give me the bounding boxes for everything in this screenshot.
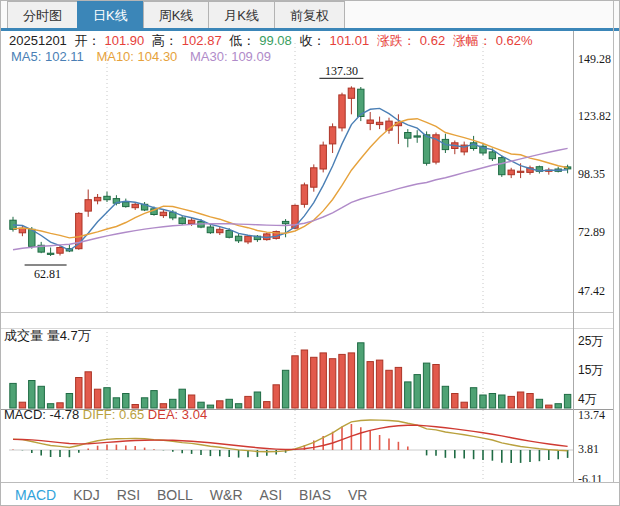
price-axis-tick-1: 149.28 <box>578 52 612 66</box>
macd-axis-tick-1: 13.74 <box>578 408 612 422</box>
price-chart-pane[interactable]: 137.3062.81 <box>9 43 573 312</box>
tabbar-accent-line <box>1 28 620 31</box>
indicator-tab-vr[interactable]: VR <box>348 487 367 503</box>
volume-pane-top-line <box>1 328 613 329</box>
volume-axis-tick-1: 25万 <box>578 334 612 348</box>
volume-value: 量4.7万 <box>47 328 91 343</box>
price-axis-tick-4: 72.89 <box>578 225 612 239</box>
tab-weekly-kline[interactable]: 周K线 <box>143 1 210 29</box>
price-axis-tick-3: 98.35 <box>578 167 612 181</box>
ma30-value: MA30: 109.09 <box>190 49 271 64</box>
tab-monthly-kline[interactable]: 月K线 <box>208 1 275 29</box>
price-axis-tick-5: 47.42 <box>578 284 612 298</box>
price-axis-tick-2: 123.82 <box>578 109 612 123</box>
indicator-tab-rsi[interactable]: RSI <box>117 487 140 503</box>
stock-chart-window: 分时图 日K线 周K线 月K线 前复权 20251201 开：101.90 高：… <box>0 0 620 506</box>
volume-axis-tick-3: 4万 <box>578 392 612 406</box>
indicator-tab-bias[interactable]: BIAS <box>299 487 331 503</box>
volume-chart-pane[interactable] <box>9 328 573 409</box>
period-tabbar: 分时图 日K线 周K线 月K线 前复权 <box>1 1 620 28</box>
ma5-value: MA5: 102.11 <box>11 49 84 64</box>
tab-daily-kline[interactable]: 日K线 <box>77 1 144 29</box>
indicator-tab-macd[interactable]: MACD <box>15 487 56 503</box>
axis-column-border <box>573 31 574 482</box>
volume-label: 成交量 <box>4 328 43 343</box>
price-volume-separator <box>1 312 613 313</box>
indicator-tab-asi[interactable]: ASI <box>260 487 283 503</box>
volume-baseline <box>1 409 613 410</box>
svg-text:137.30: 137.30 <box>325 64 358 78</box>
right-edge-border <box>613 1 614 506</box>
ma10-value: MA10: 104.30 <box>96 49 177 64</box>
macd-axis-tick-2: 3.81 <box>578 442 612 456</box>
svg-text:62.81: 62.81 <box>34 267 61 281</box>
volume-axis-tick-2: 15万 <box>578 363 612 377</box>
indicator-tab-wr[interactable]: W&R <box>210 487 243 503</box>
tab-intraday[interactable]: 分时图 <box>7 1 78 29</box>
tab-forward-adjusted[interactable]: 前复权 <box>274 1 345 29</box>
indicator-tab-boll[interactable]: BOLL <box>157 487 193 503</box>
indicator-tabbar: MACD KDJ RSI BOLL W&R ASI BIAS VR <box>1 482 620 506</box>
volume-header: 成交量 量4.7万 <box>4 327 91 345</box>
ma-legend: MA5: 102.11 MA10: 104.30 MA30: 109.09 <box>11 49 280 64</box>
indicator-tab-kdj[interactable]: KDJ <box>73 487 99 503</box>
